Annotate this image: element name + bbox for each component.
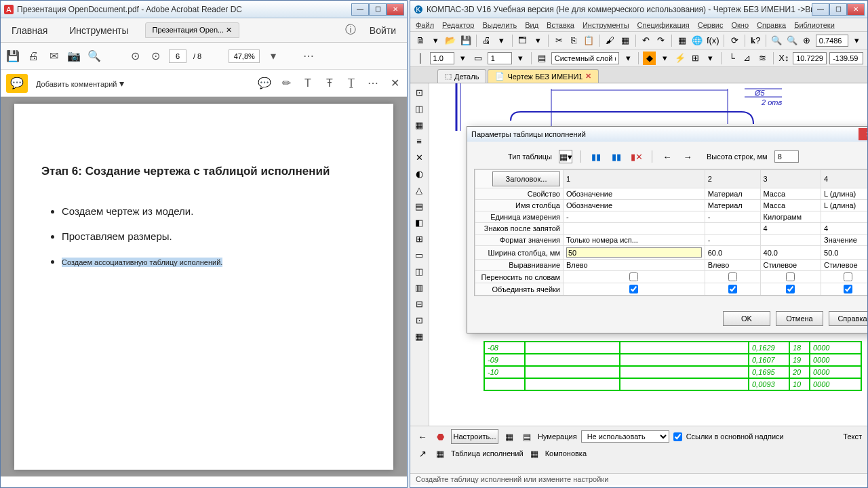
fx-icon[interactable]: f(x)	[706, 34, 719, 47]
maximize-button[interactable]: ☐	[829, 3, 847, 16]
line-icon[interactable]: │	[414, 52, 427, 65]
wrap-check-4[interactable]	[844, 272, 852, 281]
chevron-down-icon[interactable]: ▾	[704, 52, 717, 65]
tool-icon[interactable]: ⊟	[412, 296, 427, 311]
tool-icon[interactable]: ≡	[412, 134, 427, 148]
col-icon[interactable]: ▮▮	[610, 150, 623, 163]
tool-icon[interactable]: ◐	[412, 166, 427, 181]
stop-icon[interactable]: ⬣	[433, 430, 447, 443]
col-icon[interactable]: ▮▮	[589, 150, 603, 163]
grid-icon[interactable]: ▦	[676, 34, 688, 47]
print-icon[interactable]: 🖨	[481, 34, 493, 47]
tool-icon[interactable]: ▭	[412, 247, 427, 262]
merge-check-4[interactable]	[844, 285, 852, 293]
tab-detail[interactable]: ⬚Деталь	[437, 69, 486, 83]
help-icon[interactable]: ⓘ	[344, 24, 357, 37]
merge-check-1[interactable]	[629, 285, 638, 293]
zoom-in-icon[interactable]: 🔍	[770, 34, 783, 47]
copy-icon[interactable]: ⎘	[568, 34, 580, 47]
snap-icon[interactable]: ⊿	[741, 52, 754, 65]
more2-icon[interactable]: ⋯	[366, 77, 380, 90]
zoom-out-icon[interactable]: 🔍	[785, 34, 797, 47]
bottom-tab-1[interactable]: Таблица исполнений	[451, 449, 524, 458]
cut-icon[interactable]: ✂	[553, 34, 565, 47]
chevron-down-icon[interactable]: ▾	[851, 34, 863, 47]
chevron-down-icon[interactable]: ▾	[515, 52, 528, 65]
rough-icon[interactable]: ≋	[756, 52, 769, 65]
print-icon[interactable]: 🖨	[26, 49, 40, 63]
annotate-icon[interactable]: 💬	[258, 77, 271, 90]
tool-icon[interactable]: ⊞	[412, 231, 427, 246]
save-icon[interactable]: 💾	[6, 49, 20, 63]
zoom-input[interactable]	[229, 49, 260, 63]
layer-select[interactable]	[551, 52, 619, 64]
add-comment-button[interactable]: Добавить комментарий ▾	[36, 78, 124, 89]
mail-icon[interactable]: ✉	[47, 49, 60, 63]
tool-icon[interactable]: ◫	[412, 101, 427, 116]
menu-tools[interactable]: Инструменты	[583, 21, 629, 29]
close-comment-icon[interactable]: ✕	[388, 77, 401, 90]
text-icon[interactable]: T	[301, 77, 315, 90]
search-icon[interactable]: 🔍	[87, 49, 101, 63]
layers-icon[interactable]: ▤	[536, 52, 549, 65]
linenum-input[interactable]	[488, 52, 512, 64]
links-check[interactable]	[673, 432, 682, 441]
header-button[interactable]: Заголовок...	[492, 171, 560, 186]
tab-tools[interactable]: Инструменты	[64, 22, 134, 39]
tab-icon[interactable]: ▦	[528, 447, 541, 460]
tool-icon[interactable]: ◫	[412, 264, 427, 279]
tab-icon[interactable]: ▦	[433, 447, 447, 460]
tool-icon[interactable]: ⊡	[412, 312, 427, 327]
layer-icon[interactable]: ▭	[472, 52, 485, 65]
cancel-button[interactable]: Отмена	[776, 311, 823, 326]
zoom-fit-icon[interactable]: ⊕	[801, 34, 813, 47]
col-icon[interactable]: ▮✕	[630, 150, 644, 163]
help-button[interactable]: Справка	[829, 311, 867, 326]
tab-document[interactable]: Презентация Open... ✕	[145, 22, 240, 38]
maximize-button[interactable]: ☐	[369, 3, 387, 16]
y-input[interactable]	[829, 52, 863, 64]
minimize-button[interactable]: —	[812, 3, 829, 16]
vars-icon[interactable]: 🌐	[691, 34, 703, 47]
help-icon[interactable]: 𝐤?	[749, 34, 762, 47]
highlight-icon[interactable]: ✏	[279, 77, 293, 90]
flash-icon[interactable]: ⚡	[673, 52, 686, 65]
row-height-input[interactable]	[774, 150, 799, 163]
tool-icon[interactable]: △	[412, 182, 427, 197]
chevron-down-icon[interactable]: ▾	[658, 52, 671, 65]
tool-icon[interactable]: ▥	[412, 280, 427, 295]
wrap-check-3[interactable]	[786, 272, 795, 281]
props-icon[interactable]: ▦	[619, 34, 631, 47]
type-select[interactable]: ▦▾	[559, 150, 572, 163]
back-icon[interactable]: ←	[416, 430, 429, 443]
open-icon[interactable]: 📂	[444, 34, 456, 47]
more-icon[interactable]: ⋯	[302, 49, 315, 63]
chevron-down-icon[interactable]: ▾	[622, 52, 635, 65]
x-input[interactable]	[793, 52, 827, 64]
merge-check-2[interactable]	[728, 285, 737, 293]
tool-icon[interactable]: ▤	[412, 199, 427, 214]
chevron-down-icon[interactable]: ▾	[496, 34, 508, 47]
dialog-close-button[interactable]: ✕	[859, 128, 867, 140]
menu-edit[interactable]: Редактор	[442, 21, 474, 29]
page-down-icon[interactable]: ⊙	[149, 49, 162, 63]
refresh-icon[interactable]: ⟳	[728, 34, 741, 47]
camera-icon[interactable]: 📷	[67, 49, 81, 63]
tool-icon[interactable]: ◧	[412, 215, 427, 230]
brush-icon[interactable]: 🖌	[604, 34, 616, 47]
merge-check-3[interactable]	[786, 285, 795, 293]
menu-select[interactable]: Выделить	[482, 21, 517, 29]
close-icon[interactable]: ✕	[585, 72, 591, 81]
menu-view[interactable]: Вид	[525, 21, 538, 29]
arrow-right-icon[interactable]: →	[681, 150, 694, 163]
color-icon[interactable]: ◆	[643, 52, 656, 65]
tab-home[interactable]: Главная	[6, 22, 53, 39]
kompas-titlebar[interactable]: K КОМПАС-3D V16 Учебная версия (Не для к…	[410, 1, 867, 18]
lineweight-input[interactable]	[430, 52, 454, 64]
opt-icon[interactable]: ▤	[520, 430, 534, 443]
pdf-viewport[interactable]: Этап 6: Создание чертежа с таблицой испо…	[1, 97, 407, 476]
strike-icon[interactable]: Ŧ	[323, 77, 336, 90]
width-input-1[interactable]	[566, 247, 702, 258]
scale-input[interactable]	[816, 35, 848, 47]
save-icon[interactable]: 💾	[460, 34, 472, 47]
